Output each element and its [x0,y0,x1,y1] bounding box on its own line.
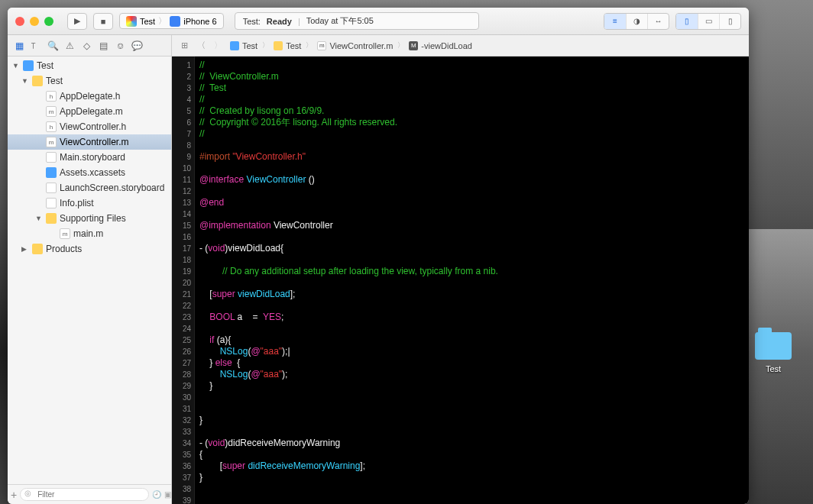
project-navigator: ▼Test ▼Test hAppDelegate.hmAppDelegate.m… [8,57,172,504]
zoom-button[interactable] [44,17,53,26]
file-icon [46,152,57,163]
file-icon [46,167,57,178]
stop-button[interactable]: ■ [93,13,113,30]
add-button[interactable]: + [11,489,17,501]
code-editor[interactable]: 1234567891011121314151617181920212223242… [172,57,749,504]
crumb-group[interactable]: Test [270,40,304,51]
toggle-utilities-icon[interactable]: ▯ [719,14,740,29]
assistant-editor-icon[interactable]: ◑ [626,14,647,29]
status-prefix: Test: [243,17,261,26]
filter-input[interactable] [20,488,149,501]
navigator-selector: ▦ 𖼊 🔍 ⚠ ◇ ▤ ⎊ 💬 [8,35,172,56]
tree-file[interactable]: Info.plist [8,195,171,211]
status-state: Ready [267,17,292,26]
line-gutter: 1234567891011121314151617181920212223242… [172,57,195,504]
close-button[interactable] [15,17,24,26]
folder-icon [46,213,57,224]
tree-file[interactable]: hViewController.h [8,119,171,134]
issue-navigator-icon[interactable]: ⚠ [63,40,76,51]
file-icon: h [46,121,57,132]
tree-supporting[interactable]: ▼Supporting Files [8,211,171,226]
report-navigator-icon[interactable]: 💬 [130,40,144,51]
scheme-selector[interactable]: Test 〉 iPhone 6 [119,13,224,29]
standard-editor-icon[interactable]: ≡ [604,14,626,29]
find-navigator-icon[interactable]: 🔍 [46,40,60,51]
crumb-project[interactable]: Test [227,40,261,51]
scheme-app-label: Test [140,17,155,26]
titlebar: ▶ ■ Test 〉 iPhone 6 Test: Ready | Today … [8,8,749,35]
file-icon: m [46,106,57,117]
debug-navigator-icon[interactable]: ▤ [96,40,110,51]
scheme-device-label: iPhone 6 [183,17,216,26]
tree-file[interactable]: mAppDelegate.m [8,104,171,119]
tree-file[interactable]: Assets.xcassets [8,165,171,180]
tree-file[interactable]: Main.storyboard [8,150,171,165]
file-icon: m [46,137,57,147]
related-items-icon[interactable]: ⊞ [177,40,192,50]
status-time: Today at 下午5:05 [306,15,374,27]
breakpoint-navigator-icon[interactable]: ⎊ [113,40,127,51]
activity-status: Test: Ready | Today at 下午5:05 [235,12,479,30]
file-icon: m [60,228,70,239]
file-icon [46,183,57,193]
file-icon [46,198,57,208]
toggle-navigator-icon[interactable]: ▯ [676,14,698,29]
folder-icon [32,76,43,86]
version-editor-icon[interactable]: ↔ [647,14,669,29]
device-icon [170,16,180,27]
crumb-method[interactable]: M-viewDidLoad [406,40,475,51]
filter-bar: + 🕘▣ [8,484,171,504]
traffic-lights [15,17,53,26]
recent-filter-icon[interactable]: 🕘 [152,490,161,499]
code-area[interactable]: //// ViewController.m// Test//// Created… [195,57,749,504]
app-icon [126,16,137,27]
tree-file[interactable]: mmain.m [8,226,171,241]
xcode-window: ▶ ■ Test 〉 iPhone 6 Test: Ready | Today … [8,8,749,504]
scm-filter-icon[interactable]: ▣ [164,490,171,499]
toggle-debug-icon[interactable]: ▭ [698,14,719,29]
minimize-button[interactable] [30,17,39,26]
forward-button[interactable]: 〉 [210,40,225,51]
folder-icon [32,244,43,254]
tree-group[interactable]: ▼Test [8,73,171,89]
tree-file[interactable]: hAppDelegate.h [8,89,171,104]
symbol-navigator-icon[interactable]: 𖼊 [29,40,43,51]
desktop-folder-test[interactable]: Test [749,332,798,373]
test-navigator-icon[interactable]: ◇ [79,40,93,51]
editor-mode-segment[interactable]: ≡ ◑ ↔ [604,13,669,30]
tree-file[interactable]: mViewController.m [8,134,171,150]
desktop-folder-label: Test [749,364,798,373]
back-button[interactable]: 〈 [193,40,209,51]
tree-file[interactable]: LaunchScreen.storyboard [8,180,171,195]
crumb-file[interactable]: mViewController.m [314,40,396,51]
tree-products[interactable]: ▶Products [8,241,171,257]
tree-root[interactable]: ▼Test [8,58,171,73]
run-button[interactable]: ▶ [67,13,87,30]
file-tree: ▼Test ▼Test hAppDelegate.hmAppDelegate.m… [8,57,171,484]
project-icon [23,60,34,71]
folder-icon [755,332,792,360]
project-navigator-icon[interactable]: ▦ [12,40,26,51]
jump-bar: ⊞ 〈 〉 Test 〉 Test 〉 mViewController.m 〉 … [172,35,749,56]
panel-toggle-segment[interactable]: ▯ ▭ ▯ [675,13,741,30]
file-icon: h [46,91,57,102]
secondary-bar: ▦ 𖼊 🔍 ⚠ ◇ ▤ ⎊ 💬 ⊞ 〈 〉 Test 〉 Test 〉 mVie… [8,35,749,57]
